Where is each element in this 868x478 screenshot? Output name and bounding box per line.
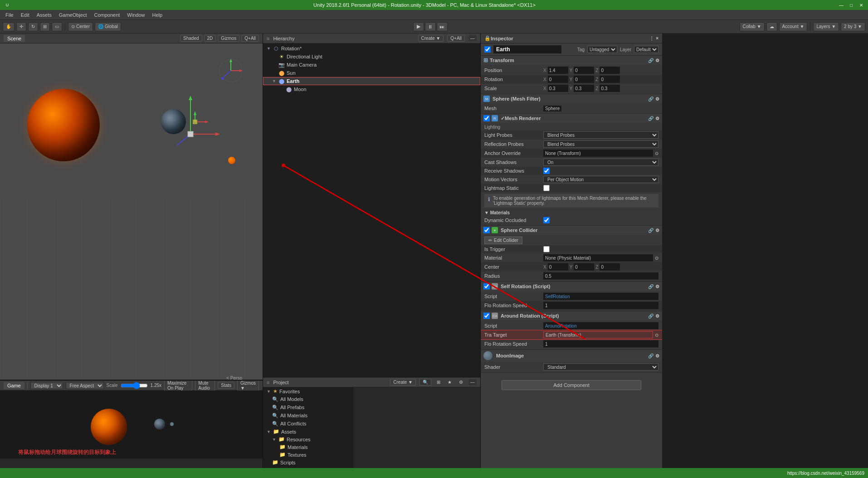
assets-root[interactable]: ▼ 📁 Assets [263, 428, 353, 435]
project-icon-btn2[interactable]: ★ [446, 379, 454, 385]
menu-gameobject[interactable]: GameObject [55, 11, 91, 19]
hierarchy-item-earth[interactable]: ▼ ⬤ Earth [263, 77, 480, 85]
self-rotation-active[interactable] [483, 283, 490, 290]
gizmos-btn[interactable]: Gizmos [218, 35, 239, 42]
favorites-header[interactable]: ▼ ★ Favorites [263, 387, 353, 395]
pos-z-field[interactable] [600, 67, 620, 74]
scale-x-field[interactable] [548, 85, 568, 92]
scale-y-field[interactable] [574, 85, 594, 92]
minimize-button[interactable]: — [838, 2, 844, 8]
gizmos-game-btn[interactable]: Gizmos ▼ [237, 380, 259, 391]
layer-select[interactable]: Default [634, 46, 658, 53]
rot-x-field[interactable] [548, 76, 568, 83]
sphere-collider-ref-icon[interactable]: 🔗 [648, 228, 653, 233]
move-tool[interactable]: ✛ [16, 22, 26, 31]
project-search[interactable]: 🔍 [419, 379, 431, 386]
self-rotation-header[interactable]: C# Self Rotation (Script) 🔗 ⚙ [481, 282, 662, 291]
add-component-button[interactable]: Add Component [502, 380, 641, 390]
hierarchy-item-camera[interactable]: 📷 Main Camera [263, 61, 480, 69]
physic-material-field[interactable] [543, 254, 653, 261]
project-create-btn[interactable]: Create ▼ [390, 379, 416, 386]
account-button[interactable]: Account ▼ [779, 22, 808, 31]
rot-y-field[interactable] [574, 76, 594, 83]
hierarchy-item-sun[interactable]: ⬤ Sun [263, 69, 480, 77]
mesh-renderer-active[interactable] [483, 115, 490, 121]
inspector-close-btn[interactable]: × [656, 36, 658, 41]
radius-field[interactable] [543, 272, 658, 280]
menu-assets[interactable]: Assets [33, 11, 55, 19]
gizmos-filter-btn[interactable]: Q+All [241, 35, 259, 42]
menu-component[interactable]: Component [90, 11, 123, 19]
aspect-select[interactable]: Free Aspect [66, 382, 104, 389]
mute-audio-btn[interactable]: Mute Audio [195, 380, 215, 391]
mesh-filter-settings-icon[interactable]: ⚙ [655, 97, 659, 101]
rect-tool[interactable]: ▭ [52, 22, 62, 31]
object-active-checkbox[interactable] [484, 46, 491, 53]
step-button[interactable]: ⏭ [437, 22, 448, 31]
hierarchy-item-moon[interactable]: ⬤ Moon [263, 85, 480, 93]
anchor-override-picker[interactable]: ⊙ [655, 151, 658, 156]
is-trigger-checkbox[interactable] [543, 246, 550, 252]
scale-z-field[interactable] [600, 85, 620, 92]
mesh-filter-ref-icon[interactable]: 🔗 [648, 97, 653, 101]
self-speed-field[interactable] [543, 302, 658, 309]
stats-btn[interactable]: Stats [218, 382, 234, 389]
project-all-models[interactable]: 🔍 All Models [263, 395, 353, 403]
layout-button[interactable]: 2 by 3 ▼ [841, 22, 865, 31]
moon-image-settings-icon[interactable]: ⚙ [655, 353, 659, 358]
mesh-renderer-header[interactable]: R ✓Mesh Renderer 🔗 ⚙ [481, 114, 662, 123]
mesh-renderer-settings-icon[interactable]: ⚙ [655, 116, 659, 121]
self-rotation-settings-icon[interactable]: ⚙ [655, 284, 659, 289]
around-rotation-header[interactable]: C# Around Rotation (Script) 🔗 ⚙ [481, 311, 662, 320]
project-scripts[interactable]: 📁 Scripts [263, 459, 353, 466]
close-button[interactable]: ✕ [858, 2, 864, 8]
rotate-tool[interactable]: ↻ [28, 22, 38, 31]
light-probes-select[interactable]: Blend Probes [543, 131, 658, 139]
tra-target-picker[interactable]: ⊙ [655, 333, 658, 338]
pos-x-field[interactable] [548, 67, 568, 74]
project-textures[interactable]: 📁 Textures [263, 451, 353, 459]
dynamic-occluded-checkbox[interactable] [543, 217, 550, 223]
menu-file[interactable]: File [2, 11, 17, 19]
self-rotation-ref-icon[interactable]: 🔗 [648, 284, 653, 289]
sphere-collider-header[interactable]: ● Sphere Collider 🔗 ⚙ [481, 226, 662, 235]
global-mode-button[interactable]: 🌐 Global [95, 22, 121, 31]
mesh-renderer-ref-icon[interactable]: 🔗 [648, 116, 653, 121]
hierarchy-item-dir-light[interactable]: ☀ Directional Light [263, 53, 480, 61]
maximize-button[interactable]: □ [848, 2, 854, 8]
lightmap-static-checkbox[interactable] [543, 185, 550, 191]
tag-select[interactable]: Untagged [587, 46, 617, 53]
hierarchy-filter[interactable]: Q+All [447, 35, 465, 42]
moon-image-ref-icon[interactable]: 🔗 [648, 353, 653, 358]
physic-material-picker[interactable]: ⊙ [655, 256, 658, 261]
edit-collider-btn[interactable]: ✏ Edit Collider [484, 237, 522, 244]
menu-help[interactable]: Help [148, 11, 166, 19]
project-all-conflicts[interactable]: 🔍 All Conflicts [263, 420, 353, 428]
cast-shadows-select[interactable]: On [543, 159, 658, 166]
project-icon-btn3[interactable]: ⚙ [457, 379, 465, 385]
play-button[interactable]: ▶ [413, 22, 424, 31]
transform-ref-icon[interactable]: 🔗 [648, 58, 653, 63]
around-rotation-active[interactable] [483, 313, 490, 319]
receive-shadows-checkbox[interactable] [543, 168, 550, 174]
maximize-on-play-btn[interactable]: Maximize On Play [164, 380, 192, 391]
scale-slider[interactable] [121, 383, 148, 388]
scene-tab[interactable]: Scene [4, 35, 25, 42]
tra-target-field[interactable] [543, 331, 653, 338]
transform-settings-icon[interactable]: ⚙ [655, 58, 659, 63]
display-select[interactable]: Display 1 [30, 382, 63, 389]
rot-z-field[interactable] [600, 76, 620, 83]
hierarchy-item-rotation[interactable]: ▼ ⬡ Rotation* [263, 44, 480, 53]
menu-edit[interactable]: Edit [17, 11, 33, 19]
self-script-field[interactable] [543, 293, 658, 300]
around-script-field[interactable] [543, 322, 658, 329]
menu-window[interactable]: Window [123, 11, 148, 19]
around-rotation-ref-icon[interactable]: 🔗 [648, 314, 653, 319]
sphere-collider-settings-icon[interactable]: ⚙ [655, 228, 659, 233]
project-all-prefabs[interactable]: 🔍 All Prefabs [263, 403, 353, 411]
shader-select[interactable]: Standard [543, 363, 658, 371]
moon-gizmo[interactable] [177, 111, 213, 133]
motion-vectors-select[interactable]: Per Object Motion [543, 176, 658, 183]
pos-y-field[interactable] [574, 67, 594, 74]
project-icon-btn1[interactable]: ⊞ [435, 379, 442, 385]
